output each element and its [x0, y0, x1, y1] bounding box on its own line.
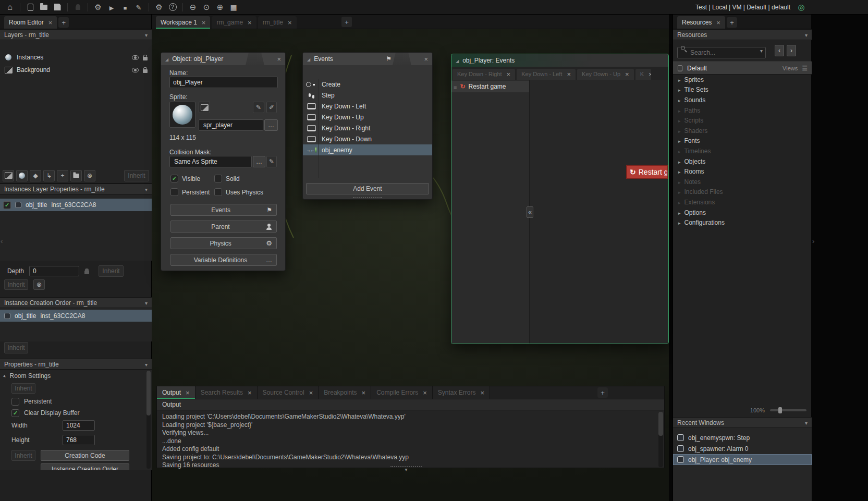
add-event-button[interactable]: Add Event — [306, 183, 429, 194]
instance-creation-order-button[interactable]: Instance Creation Order — [41, 463, 129, 470]
collapse-left-panel-icon[interactable]: ‹ — [1, 237, 3, 245]
inherit-code-button[interactable]: Inherit — [11, 450, 35, 461]
expand-arrow-icon[interactable] — [678, 117, 681, 124]
uses-physics-checkbox[interactable] — [214, 188, 222, 196]
run-icon[interactable] — [106, 2, 117, 13]
zoom-in-icon[interactable] — [214, 2, 226, 13]
layer-row[interactable]: Instances — [0, 51, 152, 64]
width-input[interactable] — [63, 420, 95, 431]
edit-sprite-icon[interactable]: ✎ — [253, 102, 264, 113]
events-button[interactable]: Events — [170, 204, 277, 216]
close-icon[interactable] — [186, 389, 190, 397]
variable-definitions-button[interactable]: Variable Definitions — [170, 254, 277, 266]
events-window-titlebar[interactable]: Events — [303, 53, 432, 65]
output-tab[interactable]: Search Results — [195, 386, 258, 399]
close-icon[interactable] — [362, 389, 366, 397]
panel-resize-handle[interactable]: ▾ — [390, 466, 422, 472]
settings-icon[interactable] — [153, 2, 165, 13]
asset-layer-icon[interactable]: + — [57, 170, 68, 181]
add-tab-button[interactable] — [58, 17, 69, 28]
event-tab[interactable]: Key Down - Up — [577, 69, 634, 80]
resource-tree-item[interactable]: Timelines — [673, 146, 812, 156]
select-sprite-icon[interactable] — [199, 102, 210, 113]
inherit-order-button[interactable]: Inherit — [4, 342, 28, 353]
persistent-checkbox[interactable] — [11, 398, 19, 406]
resource-tree-item[interactable]: Tile Sets — [673, 85, 812, 95]
search-filter-chevron-icon[interactable] — [760, 45, 763, 55]
recent-window-row[interactable]: obj_enemyspwn: Step — [673, 432, 812, 443]
expand-arrow-icon[interactable] — [678, 96, 681, 104]
zoom-slider-thumb[interactable] — [778, 407, 782, 413]
grip-icon[interactable] — [454, 82, 457, 91]
expand-arrow-icon[interactable] — [678, 127, 681, 135]
event-row[interactable]: Key Down - Left — [303, 101, 432, 112]
output-tab[interactable]: Output — [157, 386, 195, 399]
close-icon[interactable] — [625, 70, 629, 78]
recent-window-row[interactable]: obj_Player: obj_enemy — [673, 454, 812, 465]
physics-button[interactable]: Physics — [170, 237, 277, 249]
target-icon[interactable] — [796, 2, 807, 13]
expand-arrow-icon[interactable] — [678, 219, 681, 226]
expand-arrow-icon[interactable] — [678, 188, 681, 195]
event-row[interactable]: obj_enemy — [303, 144, 432, 155]
path-layer-icon[interactable]: ↳ — [43, 170, 55, 181]
zoom-slider[interactable] — [770, 409, 806, 411]
solid-checkbox[interactable] — [214, 175, 222, 182]
close-icon[interactable] — [424, 55, 428, 63]
expand-arrow-icon[interactable] — [2, 372, 9, 379]
expand-arrow-icon[interactable] — [678, 86, 681, 93]
debug-icon[interactable] — [92, 2, 104, 13]
resource-tree-item[interactable]: Sprites — [673, 75, 812, 85]
resources-header[interactable]: Resources — [673, 29, 812, 40]
player-events-titlebar[interactable]: obj_Player: Events — [451, 54, 668, 67]
close-icon[interactable] — [481, 389, 485, 397]
layout-grid-icon[interactable] — [228, 2, 239, 13]
collapse-right-panel-icon[interactable]: › — [812, 237, 814, 245]
creation-order-row[interactable]: obj_title inst_63CC2CA8 — [0, 310, 152, 322]
close-icon[interactable] — [423, 389, 427, 397]
event-row[interactable]: Key Down - Right — [303, 123, 432, 133]
close-icon[interactable] — [309, 389, 313, 397]
tab-room-editor[interactable]: Room Editor — [4, 16, 57, 29]
expand-arrow-icon[interactable] — [678, 137, 681, 144]
resource-tree-item[interactable]: Notes — [673, 177, 812, 187]
zoom-out-icon[interactable] — [187, 2, 199, 13]
edit-image-icon[interactable]: ✐ — [266, 102, 277, 113]
properties-header[interactable]: Properties - rm_title — [0, 359, 152, 370]
clear-display-buffer-checkbox[interactable] — [11, 409, 19, 417]
expand-arrow-icon[interactable] — [678, 107, 681, 114]
inherit-room-button[interactable]: Inherit — [11, 383, 35, 394]
event-row[interactable]: Step — [303, 90, 432, 101]
close-icon[interactable] — [202, 19, 206, 27]
default-view-row[interactable]: Default Views ☰ — [673, 62, 812, 75]
output-tab[interactable]: Source Control — [258, 386, 319, 399]
new-project-icon[interactable] — [25, 2, 36, 13]
parent-button[interactable]: Parent — [170, 221, 277, 233]
collapse-panel-button[interactable] — [527, 206, 533, 218]
creation-code-button[interactable]: Creation Code — [41, 450, 129, 461]
stop-icon[interactable] — [119, 2, 131, 13]
output-tab[interactable]: Syntax Errors — [433, 386, 490, 399]
tile-layer-icon[interactable]: ◆ — [30, 170, 41, 181]
visibility-eye-icon[interactable] — [132, 55, 139, 60]
resize-handle[interactable] — [353, 197, 382, 198]
visible-checkbox[interactable] — [170, 175, 178, 182]
close-icon[interactable] — [649, 70, 651, 78]
nav-forward-button[interactable]: › — [787, 45, 796, 56]
resource-tree-item[interactable]: Scripts — [673, 115, 812, 126]
lock-icon[interactable] — [143, 57, 148, 60]
clean-icon[interactable] — [133, 2, 144, 13]
resource-tree-item[interactable]: Sounds — [673, 95, 812, 105]
resource-tree-item[interactable]: Objects — [673, 156, 812, 167]
workspace-tab[interactable]: rm_game — [212, 16, 256, 29]
tab-resources[interactable]: Resources — [677, 16, 725, 29]
expand-arrow-icon[interactable] — [678, 168, 681, 175]
expand-arrow-icon[interactable] — [678, 209, 681, 216]
persistent-checkbox[interactable] — [170, 188, 178, 196]
room-settings-row[interactable]: Room Settings — [0, 371, 152, 381]
event-tab[interactable]: K — [635, 69, 651, 80]
resource-tree-item[interactable]: Fonts — [673, 136, 812, 146]
recent-window-row[interactable]: obj_spawner: Alarm 0 — [673, 443, 812, 454]
menu-icon[interactable]: ☰ — [802, 65, 808, 72]
zoom-reset-icon[interactable] — [201, 2, 212, 13]
